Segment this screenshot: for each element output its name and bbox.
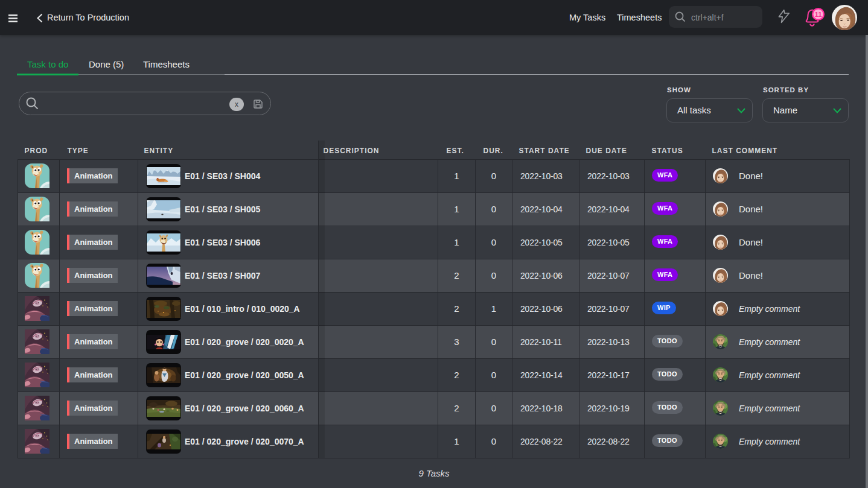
svg-text:11: 11 [814, 11, 822, 18]
